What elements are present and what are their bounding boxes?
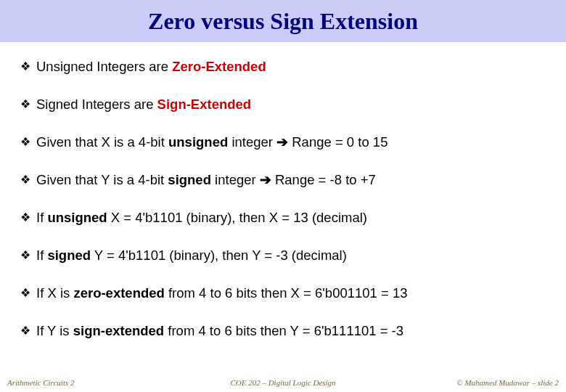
bullet-text: If Y is sign-extended from 4 to 6 bits t… [36,322,546,340]
bullet-item: ❖ If X is zero-extended from 4 to 6 bits… [20,285,546,302]
bullet-text: Unsigned Integers are Zero-Extended [36,58,546,75]
diamond-bullet-icon: ❖ [20,322,30,340]
footer-right: © Muhamed Mudawar – slide 2 [456,378,559,387]
bullet-item: ❖ If signed Y = 4'b1101 (binary), then Y… [20,247,546,264]
bullet-text: Signed Integers are Sign-Extended [36,96,546,113]
diamond-bullet-icon: ❖ [20,96,30,113]
diamond-bullet-icon: ❖ [20,209,30,226]
slide-title: Zero versus Sign Extension [148,8,418,35]
diamond-bullet-icon: ❖ [20,285,30,302]
slide-footer: Arithmetic Circuits 2 COE 202 – Digital … [0,376,566,392]
diamond-bullet-icon: ❖ [20,247,30,264]
bullet-item: ❖ Signed Integers are Sign-Extended [20,96,546,113]
slide-content: ❖ Unsigned Integers are Zero-Extended ❖ … [0,42,566,340]
footer-left: Arithmetic Circuits 2 [7,378,74,387]
bullet-item: ❖ Given that Y is a 4-bit signed integer… [20,171,546,189]
diamond-bullet-icon: ❖ [20,171,30,189]
diamond-bullet-icon: ❖ [20,134,30,151]
diamond-bullet-icon: ❖ [20,58,30,75]
bullet-text: Given that X is a 4-bit unsigned integer… [36,134,546,151]
footer-center: COE 202 – Digital Logic Design [230,378,335,387]
bullet-text: Given that Y is a 4-bit signed integer ➔… [36,171,546,189]
bullet-item: ❖ If unsigned X = 4'b1101 (binary), then… [20,209,546,226]
title-bar: Zero versus Sign Extension [0,0,566,42]
bullet-item: ❖ Given that X is a 4-bit unsigned integ… [20,134,546,151]
bullet-text: If signed Y = 4'b1101 (binary), then Y =… [36,247,546,264]
bullet-text: If unsigned X = 4'b1101 (binary), then X… [36,209,546,226]
bullet-text: If X is zero-extended from 4 to 6 bits t… [36,285,546,302]
bullet-item: ❖ If Y is sign-extended from 4 to 6 bits… [20,322,546,340]
bullet-item: ❖ Unsigned Integers are Zero-Extended [20,58,546,75]
